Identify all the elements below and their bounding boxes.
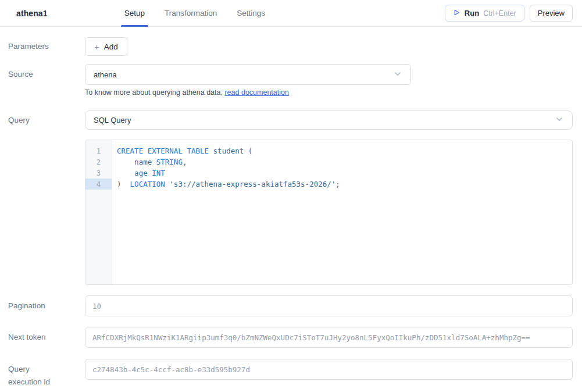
pagination-row: Pagination (8, 295, 582, 316)
play-icon (453, 8, 460, 19)
code-token: age (134, 169, 148, 177)
sql-code-editor[interactable]: 1234 CREATE EXTERNAL TABLE student ( nam… (85, 140, 573, 285)
code-token (117, 169, 134, 177)
setup-form: Parameters + Add Source athena To know m… (0, 37, 582, 389)
line-number: 2 (85, 156, 112, 168)
code-token: 's3://athena-express-akiatfa53s-2026/' (169, 180, 335, 188)
next-token-row: Next token (8, 327, 582, 348)
code-token (152, 158, 156, 166)
pagination-input[interactable] (85, 295, 573, 316)
chevron-down-icon (393, 69, 402, 80)
query-type-select[interactable]: SQL Query (85, 111, 573, 130)
code-token: ; (335, 180, 340, 188)
code-token: ( (244, 147, 252, 155)
run-shortcut: Ctrl+Enter (483, 9, 516, 17)
tabs: Setup Transformation Settings (121, 0, 269, 26)
source-row: Source athena To know more about queryin… (8, 64, 582, 97)
editor-gutter: 1234 (85, 140, 112, 284)
parameters-label: Parameters (8, 37, 85, 56)
run-button[interactable]: Run Ctrl+Enter (445, 5, 524, 22)
query-type-select-value: SQL Query (94, 116, 131, 124)
code-token (209, 147, 213, 155)
query-label: Query (8, 111, 85, 285)
source-helper-text: To know more about querying athena data,… (85, 88, 573, 97)
preview-button-label: Preview (538, 9, 565, 17)
query-title: athena1 (16, 9, 48, 18)
add-parameter-button[interactable]: + Add (85, 37, 127, 56)
query-execution-id-label: Query execution id (8, 359, 85, 389)
query-execution-id-input[interactable] (85, 359, 573, 380)
code-token: ) (117, 180, 130, 188)
preview-button[interactable]: Preview (530, 5, 573, 22)
tab-transformation[interactable]: Transformation (161, 0, 220, 26)
code-token (117, 158, 134, 166)
code-line[interactable]: ) LOCATION 's3://athena-express-akiatfa5… (117, 179, 340, 190)
source-select[interactable]: athena (85, 64, 411, 85)
tab-setup[interactable]: Setup (121, 0, 148, 26)
line-number: 1 (85, 145, 112, 156)
source-select-value: athena (94, 70, 117, 79)
code-token: student (213, 147, 244, 155)
header: athena1 Setup Transformation Settings Ru… (0, 0, 582, 27)
code-line[interactable]: CREATE EXTERNAL TABLE student ( (117, 145, 340, 156)
code-token: CREATE EXTERNAL TABLE (117, 147, 209, 155)
code-line[interactable]: age INT (117, 168, 340, 179)
code-token: STRING (156, 158, 183, 166)
tab-settings-label: Settings (237, 9, 265, 17)
read-documentation-link[interactable]: read documentation (224, 88, 289, 97)
line-number: 3 (85, 168, 112, 179)
tab-setup-label: Setup (124, 9, 145, 17)
code-line[interactable]: name STRING, (117, 156, 340, 168)
chevron-down-icon (555, 115, 564, 126)
next-token-label: Next token (8, 327, 85, 348)
tab-transformation-label: Transformation (165, 9, 217, 17)
code-token: name (134, 158, 152, 166)
tab-settings[interactable]: Settings (233, 0, 269, 26)
code-token: , (183, 158, 187, 166)
source-helper-prefix: To know more about querying athena data, (85, 88, 224, 97)
plus-icon: + (94, 42, 99, 51)
query-row: Query SQL Query 1234 CREATE EXTERNAL TAB… (8, 111, 582, 285)
code-token: LOCATION (130, 180, 165, 188)
line-number: 4 (85, 179, 112, 190)
add-parameter-label: Add (104, 42, 118, 51)
editor-code[interactable]: CREATE EXTERNAL TABLE student ( name STR… (112, 140, 340, 284)
run-button-label: Run (465, 9, 479, 17)
parameters-row: Parameters + Add (8, 37, 582, 56)
code-token: INT (152, 169, 165, 177)
query-execution-id-row: Query execution id (8, 359, 582, 389)
source-label: Source (8, 64, 85, 97)
pagination-label: Pagination (8, 295, 85, 316)
next-token-input[interactable] (85, 327, 573, 348)
header-actions: Run Ctrl+Enter Preview (445, 5, 573, 22)
